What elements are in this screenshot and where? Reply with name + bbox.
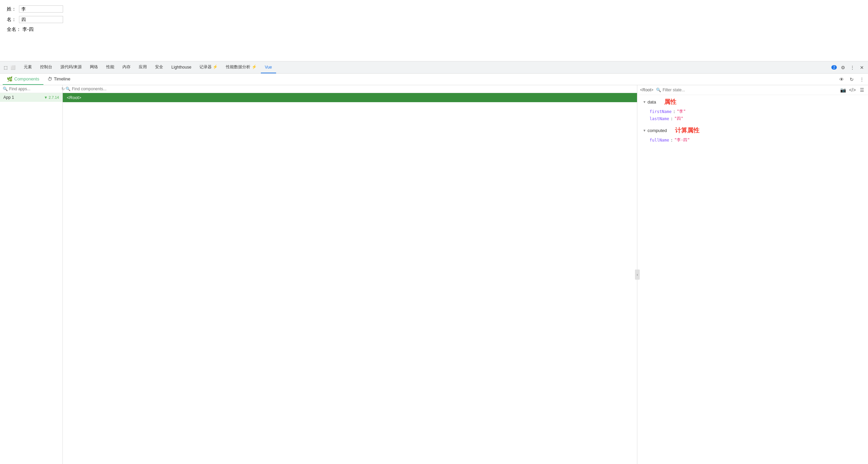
first-name-state-value: "李": [677, 109, 686, 114]
app-version-label: 2.7.14: [49, 95, 59, 99]
app-search-icon: 🔍: [3, 87, 8, 91]
last-name-row: 姓：: [7, 5, 861, 13]
state-search-icon: 🔍: [656, 88, 661, 92]
annotation-data: 属性: [664, 98, 676, 106]
tab-security[interactable]: 安全: [151, 61, 167, 73]
device-icon[interactable]: ⬜: [10, 65, 16, 70]
more-icon[interactable]: ⋮: [849, 64, 856, 71]
settings-icon[interactable]: ⚙: [840, 64, 846, 71]
menu-icon[interactable]: ☰: [859, 87, 865, 93]
full-name-display: 全名： 李-四: [7, 26, 861, 33]
right-panel-icons: 📷 </> ☰: [840, 87, 865, 93]
last-name-input[interactable]: [19, 5, 63, 13]
devtools-panel: ⬚ ⬜ 元素 控制台 源代码/来源 网络 性能 内存 应用 安全 Lightho…: [0, 61, 868, 464]
last-name-state-value: "四": [674, 116, 683, 122]
tab-recorder[interactable]: 记录器 ⚡: [195, 61, 222, 73]
right-header: <Root> 🔍 📷 </> ☰: [637, 85, 868, 95]
middle-panel: 🔍 <Root> ‹: [63, 85, 637, 464]
component-list: <Root>: [63, 93, 637, 464]
tab-application[interactable]: 应用: [135, 61, 151, 73]
tab-vue[interactable]: Vue: [261, 61, 276, 73]
refresh-subtab-icon[interactable]: ↻: [848, 76, 855, 83]
tab-console[interactable]: 控制台: [36, 61, 56, 73]
data-section-header[interactable]: ▼ data 属性: [643, 98, 863, 106]
left-panel: 🔍 ↻ App 1 ▼ 2.7.14: [0, 85, 63, 464]
app-search-row: 🔍 ↻: [0, 85, 62, 93]
annotation-computed: 计算属性: [675, 126, 699, 134]
computed-section-toggle: ▼: [643, 129, 646, 132]
eye-icon[interactable]: 👁: [838, 76, 845, 83]
first-name-input[interactable]: [19, 16, 63, 23]
subtab-components[interactable]: 🌿 Components: [3, 74, 43, 85]
collapse-handle[interactable]: ‹: [635, 270, 640, 280]
components-icon: 🌿: [7, 76, 13, 82]
tab-sources[interactable]: 源代码/来源: [56, 61, 86, 73]
more-subtab-icon[interactable]: ⋮: [859, 76, 865, 83]
data-section-label: data: [648, 99, 656, 105]
first-name-state-row: firstName : "李": [643, 108, 863, 115]
close-icon[interactable]: ✕: [859, 64, 865, 71]
component-search-icon: 🔍: [65, 87, 71, 91]
root-component-label: <Root>: [67, 95, 81, 100]
last-name-key: lastName: [650, 116, 669, 121]
tab-elements[interactable]: 元素: [20, 61, 36, 73]
last-name-label: 姓：: [7, 6, 19, 12]
tab-perf-insights[interactable]: 性能数据分析 ⚡: [222, 61, 261, 73]
devtools-topbar-icons: ⬚ ⬜: [3, 65, 16, 70]
full-name-state-row: fullName : "李-四": [643, 136, 863, 144]
component-search-row: 🔍: [63, 85, 637, 93]
data-section: ▼ data 属性 firstName : "李" lastName : "四": [643, 98, 863, 122]
timeline-icon: ⏱: [47, 76, 52, 82]
computed-section: ▼ computed 计算属性 fullName : "李-四": [643, 126, 863, 144]
code-icon[interactable]: </>: [849, 87, 856, 93]
state-inspector: ▼ data 属性 firstName : "李" lastName : "四": [637, 95, 868, 464]
devtools-tab-list: 元素 控制台 源代码/来源 网络 性能 内存 应用 安全 Lighthouse …: [20, 61, 831, 73]
app-item[interactable]: App 1 ▼ 2.7.14: [0, 93, 62, 102]
devtools-topbar: ⬚ ⬜ 元素 控制台 源代码/来源 网络 性能 内存 应用 安全 Lightho…: [0, 61, 868, 74]
screenshot-icon[interactable]: 📷: [840, 87, 846, 93]
full-name-state-value: "李-四": [674, 137, 690, 143]
devtools-badge: 2: [831, 65, 837, 70]
app-item-name: App 1: [3, 95, 14, 100]
app-preview: 姓： 名： 全名： 李-四: [0, 0, 868, 61]
vue-subtabs: 🌿 Components ⏱ Timeline 👁 ↻ ⋮: [0, 74, 868, 85]
first-name-key: firstName: [650, 109, 672, 114]
state-filter-row: 🔍: [656, 88, 837, 92]
component-search-input[interactable]: [72, 87, 634, 91]
inspect-icon[interactable]: ⬚: [3, 65, 8, 70]
right-panel: <Root> 🔍 📷 </> ☰ ▼ data 属性: [637, 85, 868, 464]
version-icon: ▼: [44, 95, 48, 99]
full-name-label: 全名：: [7, 26, 21, 32]
tab-performance[interactable]: 性能: [102, 61, 118, 73]
subtab-timeline-label: Timeline: [54, 76, 71, 81]
subtab-timeline[interactable]: ⏱ Timeline: [43, 74, 75, 85]
tab-network[interactable]: 网络: [86, 61, 102, 73]
tab-memory[interactable]: 内存: [118, 61, 135, 73]
state-filter-input[interactable]: [662, 88, 837, 92]
data-section-toggle: ▼: [643, 100, 646, 104]
first-name-label: 名：: [7, 17, 19, 23]
full-name-value: 李-四: [22, 26, 34, 32]
first-name-row: 名：: [7, 16, 861, 23]
computed-section-header[interactable]: ▼ computed 计算属性: [643, 126, 863, 134]
computed-section-label: computed: [648, 128, 667, 133]
root-component-item[interactable]: <Root>: [63, 93, 637, 102]
devtools-topbar-right: 2 ⚙ ⋮ ✕: [831, 64, 865, 71]
subtab-components-label: Components: [14, 76, 39, 81]
app-version: ▼ 2.7.14: [44, 95, 59, 99]
full-name-key: fullName: [650, 138, 669, 143]
tab-lighthouse[interactable]: Lighthouse: [167, 61, 195, 73]
devtools-content: 🔍 ↻ App 1 ▼ 2.7.14 🔍 <Root>: [0, 85, 868, 464]
app-search-input[interactable]: [9, 87, 60, 91]
last-name-state-row: lastName : "四": [643, 115, 863, 122]
breadcrumb: <Root>: [640, 88, 653, 92]
